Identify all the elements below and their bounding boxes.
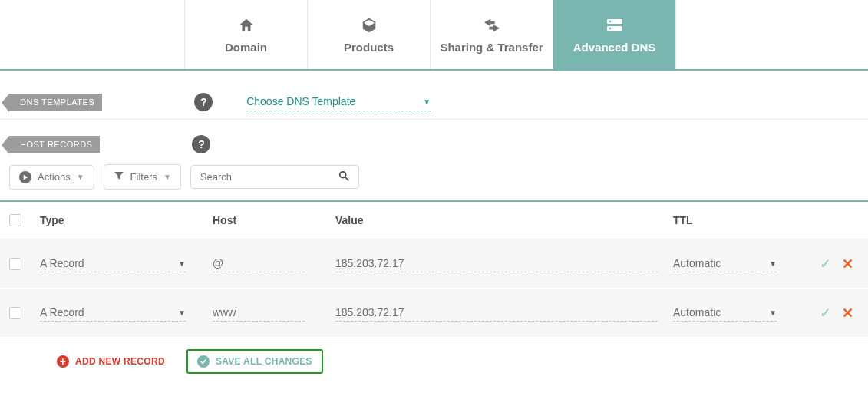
tab-products[interactable]: Products	[307, 0, 430, 69]
host-records-table: Type Host Value TTL A Record ▼ Automatic…	[0, 200, 868, 338]
server-icon	[606, 16, 624, 35]
chevron-down-icon: ▼	[178, 308, 186, 317]
chevron-down-icon: ▼	[163, 173, 171, 181]
search-input[interactable]	[200, 171, 323, 183]
host-input[interactable]	[213, 304, 305, 322]
section-tag: HOST RECORDS	[9, 136, 100, 153]
tab-domain[interactable]: Domain	[184, 0, 307, 69]
record-type-value: A Record	[40, 257, 84, 269]
tab-label: Sharing & Transfer	[440, 41, 543, 54]
header-value: Value	[335, 214, 673, 226]
select-all-checkbox[interactable]	[9, 214, 21, 226]
search-icon[interactable]	[338, 170, 349, 183]
tab-advanced-dns[interactable]: Advanced DNS	[553, 0, 675, 69]
help-icon[interactable]: ?	[192, 135, 210, 153]
section-tag: DNS TEMPLATES	[9, 94, 102, 111]
confirm-icon[interactable]: ✓	[820, 256, 831, 272]
chevron-down-icon: ▼	[423, 97, 431, 106]
button-label: Filters	[130, 171, 157, 183]
svg-point-3	[609, 27, 610, 28]
share-icon	[482, 16, 502, 35]
filters-button[interactable]: Filters ▼	[104, 164, 181, 190]
play-icon	[19, 171, 31, 183]
home-icon	[238, 16, 255, 35]
delete-icon[interactable]: ✕	[842, 256, 853, 272]
tab-bar: Domain Products Sharing & Transfer Advan…	[0, 0, 868, 71]
plus-icon: +	[57, 355, 69, 368]
value-input[interactable]	[335, 304, 658, 322]
button-label: Actions	[38, 171, 71, 183]
chevron-down-icon: ▼	[178, 259, 186, 268]
box-icon	[361, 16, 378, 35]
table-row: A Record ▼ Automatic ▼ ✓ ✕	[0, 289, 868, 338]
header-ttl: TTL	[673, 214, 792, 226]
tab-spacer	[675, 0, 868, 69]
toolbar: Actions ▼ Filters ▼	[0, 164, 868, 200]
chevron-down-icon: ▼	[769, 308, 777, 317]
table-footer: + ADD NEW RECORD SAVE ALL CHANGES	[0, 338, 868, 384]
button-label: ADD NEW RECORD	[75, 356, 165, 367]
dns-template-select[interactable]: Choose DNS Template ▼	[246, 92, 431, 111]
tab-label: Advanced DNS	[573, 41, 656, 54]
add-record-button[interactable]: + ADD NEW RECORD	[49, 351, 173, 372]
header-host: Host	[213, 214, 335, 226]
delete-icon[interactable]: ✕	[842, 305, 853, 322]
check-icon	[197, 355, 210, 368]
ttl-select[interactable]: Automatic ▼	[673, 304, 777, 322]
tab-sharing[interactable]: Sharing & Transfer	[430, 0, 553, 69]
tab-label: Domain	[225, 41, 267, 54]
record-type-value: A Record	[40, 306, 84, 318]
ttl-select[interactable]: Automatic ▼	[673, 255, 777, 272]
select-placeholder: Choose DNS Template	[246, 95, 355, 107]
value-input[interactable]	[335, 255, 658, 272]
host-input[interactable]	[213, 255, 305, 272]
svg-point-4	[340, 172, 346, 178]
save-all-button[interactable]: SAVE ALL CHANGES	[186, 349, 323, 374]
chevron-down-icon: ▼	[77, 173, 84, 181]
header-type: Type	[40, 214, 213, 226]
chevron-down-icon: ▼	[769, 259, 777, 268]
row-checkbox[interactable]	[9, 258, 21, 270]
section-host-records: HOST RECORDS ?	[0, 127, 868, 161]
table-header: Type Host Value TTL	[0, 202, 868, 239]
tab-label: Products	[344, 41, 394, 54]
ttl-value: Automatic	[673, 306, 721, 318]
row-checkbox[interactable]	[9, 307, 21, 319]
button-label: SAVE ALL CHANGES	[216, 356, 312, 367]
svg-point-2	[609, 20, 610, 21]
section-dns-templates: DNS TEMPLATES ? Choose DNS Template ▼	[0, 84, 868, 120]
actions-button[interactable]: Actions ▼	[9, 165, 94, 190]
filter-icon	[114, 170, 124, 183]
record-type-select[interactable]: A Record ▼	[40, 255, 186, 272]
help-icon[interactable]: ?	[194, 93, 213, 111]
search-box[interactable]	[190, 165, 359, 189]
ttl-value: Automatic	[673, 257, 721, 269]
table-row: A Record ▼ Automatic ▼ ✓ ✕	[0, 239, 868, 289]
tab-spacer	[0, 0, 184, 69]
record-type-select[interactable]: A Record ▼	[40, 304, 186, 322]
confirm-icon[interactable]: ✓	[820, 305, 831, 322]
svg-line-5	[345, 177, 348, 180]
